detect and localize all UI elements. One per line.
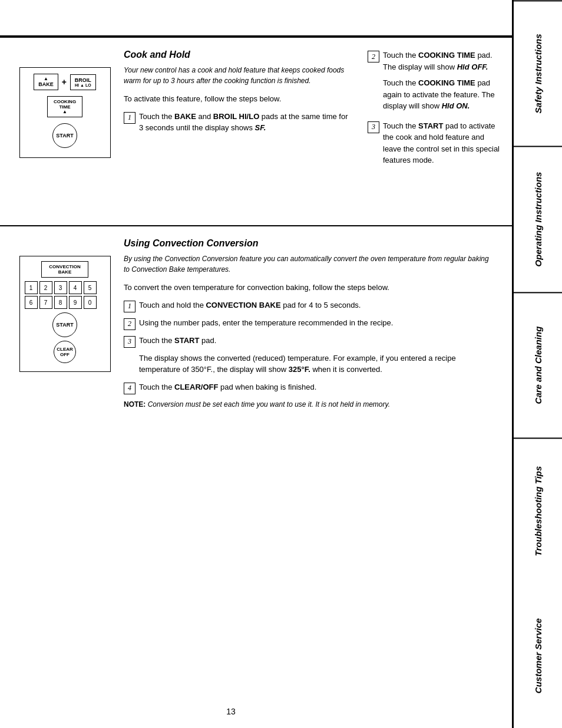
num-4: 4 <box>69 281 82 294</box>
plus-icon: + <box>62 77 67 87</box>
sidebar-safety: Safety Instructions <box>514 0 562 146</box>
ct-arrow: ▲ <box>52 110 77 114</box>
step-3-text: Touch the START pad to activate the cook… <box>383 120 500 166</box>
num-7: 7 <box>39 296 52 309</box>
conv-clear-btn-diagram: CLEAROFF <box>54 341 76 363</box>
cooking-time-label-s2: COOKING TIME <box>418 51 475 60</box>
hld-off-label: Hld OFF. <box>457 62 488 71</box>
hld-on-label: Hld ON. <box>442 101 470 110</box>
conv-step-1-text: Touch and hold the CONVECTION BAKE pad f… <box>139 299 494 311</box>
conv-step-4: 4 Touch the CLEAR/OFF pad when baking is… <box>124 381 494 394</box>
start-label-s3: START <box>418 121 443 130</box>
num-2: 2 <box>39 281 52 294</box>
note-text: Conversion must be set each time you wan… <box>146 400 390 409</box>
cook-hold-diagram-area: ▲ BAKE + BROIL HI ▲ LO COOKINGTIME▲ <box>12 50 118 213</box>
cooking-time-row: COOKINGTIME▲ <box>26 94 104 120</box>
num-8: 8 <box>54 296 67 309</box>
sidebar-troubleshooting-label: Troubleshooting Tips <box>533 466 543 556</box>
conv-step-3: 3 Touch the START pad. <box>124 335 494 348</box>
conv-step-2-text: Using the number pads, enter the tempera… <box>139 317 494 329</box>
step-3-num: 3 <box>368 121 379 133</box>
conv-bake-label: CONVECTION BAKE <box>206 301 280 309</box>
sidebar-safety-label: Safety Instructions <box>533 34 543 113</box>
start-row: START <box>26 123 104 148</box>
main-content: ▲ BAKE + BROIL HI ▲ LO COOKINGTIME▲ <box>0 0 512 728</box>
cook-hold-intro: Your new control has a cook and hold fea… <box>124 65 353 86</box>
conv-step-2: 2 Using the number pads, enter the tempe… <box>124 317 494 330</box>
cook-hold-step-3: 3 Touch the START pad to activate the co… <box>368 120 500 166</box>
conv-bake-btn-diagram: CONVECTIONBAKE <box>41 261 88 278</box>
step-1-num: 1 <box>124 112 135 124</box>
cook-hold-step-2-sub: Touch the COOKING TIME pad again to acti… <box>383 77 500 112</box>
num-0: 0 <box>84 296 97 309</box>
conv-step-1-num: 1 <box>124 301 135 312</box>
sidebar-care-label: Care and Cleaning <box>533 327 543 404</box>
conv-clear-row: CLEAROFF <box>25 341 105 363</box>
convection-diagram-area: CONVECTIONBAKE 1 2 3 4 5 6 7 8 <box>12 238 118 410</box>
conv-bake-row: CONVECTIONBAKE <box>25 261 105 278</box>
num-row-2: 6 7 8 9 0 <box>25 296 105 309</box>
conv-step-3-num: 3 <box>124 336 135 348</box>
bake-broil-row: ▲ BAKE + BROIL HI ▲ LO <box>26 74 104 90</box>
start-button-diagram: START <box>52 123 77 148</box>
sidebar-care: Care and Cleaning <box>514 292 562 437</box>
conv-step-4-num: 4 <box>124 383 135 394</box>
cook-hold-activate-text: To activate this feature, follow the ste… <box>124 93 353 105</box>
step-2-text: Touch the COOKING TIME pad. The display … <box>383 50 500 73</box>
num-1: 1 <box>25 281 38 294</box>
cooking-time-label-s2b: COOKING TIME <box>418 78 475 87</box>
note-label: NOTE: <box>124 400 146 409</box>
broil-button-diagram: BROIL HI ▲ LO <box>70 74 96 90</box>
bake-arrow: ▲ <box>38 77 54 81</box>
cook-hold-step-2: 2 Touch the COOKING TIME pad. The displa… <box>368 50 500 73</box>
clear-off-label: CLEAR/OFF <box>174 383 218 391</box>
sidebar-customer: Customer Service <box>514 584 562 728</box>
num-9: 9 <box>69 296 82 309</box>
page-number: 13 <box>0 707 462 716</box>
conv-step-1: 1 Touch and hold the CONVECTION BAKE pad… <box>124 299 494 312</box>
num-5: 5 <box>84 281 97 294</box>
convection-title: Using Convection Conversion <box>124 238 494 249</box>
right-sidebar: Safety Instructions Operating Instructio… <box>512 0 562 728</box>
convection-content: Using Convection Conversion By using the… <box>118 238 500 410</box>
cook-hold-title: Cook and Hold <box>124 50 353 60</box>
temp-325-label: 325°F. <box>289 365 310 374</box>
hi-lo-text: HI ▲ LO <box>75 83 91 87</box>
broil-hilo-label: BROIL HI/LO <box>213 112 259 121</box>
cook-hold-step-1: 1 Touch the BAKE and BROIL HI/LO pads at… <box>124 111 353 134</box>
cooking-time-button-diagram: COOKINGTIME▲ <box>47 96 82 117</box>
start-label-conv-s3: START <box>174 336 199 345</box>
num-6: 6 <box>25 296 38 309</box>
sidebar-operating-label: Operating Instructions <box>533 172 543 267</box>
sidebar-troubleshooting: Troubleshooting Tips <box>514 437 562 583</box>
convection-control-diagram: CONVECTIONBAKE 1 2 3 4 5 6 7 8 <box>19 256 111 372</box>
convection-section: CONVECTIONBAKE 1 2 3 4 5 6 7 8 <box>0 226 512 421</box>
convection-note: NOTE: Conversion must be set each time y… <box>124 399 494 410</box>
conv-start-row: START <box>25 312 105 337</box>
convection-activate-text: To convert the oven temperature for conv… <box>124 282 494 294</box>
sidebar-operating: Operating Instructions <box>514 146 562 291</box>
num-row-1: 1 2 3 4 5 <box>25 281 105 294</box>
step-2-num: 2 <box>368 51 379 62</box>
conv-start-btn-diagram: START <box>52 312 77 337</box>
conv-step-2-num: 2 <box>124 318 135 330</box>
convection-intro: By using the Convection Conversion featu… <box>124 253 494 275</box>
num-3: 3 <box>54 281 67 294</box>
conv-step-3-sub: The display shows the converted (reduced… <box>139 353 494 375</box>
step-1-text: Touch the BAKE and BROIL HI/LO pads at t… <box>139 111 353 134</box>
conv-step-3-text: Touch the START pad. <box>139 335 494 347</box>
sf-label: SF. <box>255 123 266 132</box>
cook-and-hold-section: ▲ BAKE + BROIL HI ▲ LO COOKINGTIME▲ <box>0 38 512 226</box>
conv-step-4-text: Touch the CLEAR/OFF pad when baking is f… <box>139 381 494 393</box>
cook-hold-right-column: 2 Touch the COOKING TIME pad. The displa… <box>359 50 500 213</box>
page-container: ▲ BAKE + BROIL HI ▲ LO COOKINGTIME▲ <box>0 0 562 728</box>
bake-button-diagram: ▲ BAKE <box>34 74 58 90</box>
cook-hold-control-diagram: ▲ BAKE + BROIL HI ▲ LO COOKINGTIME▲ <box>19 67 111 158</box>
sidebar-customer-label: Customer Service <box>533 618 543 694</box>
bake-label: BAKE <box>174 112 196 121</box>
cook-hold-content: Cook and Hold Your new control has a coo… <box>118 50 359 213</box>
